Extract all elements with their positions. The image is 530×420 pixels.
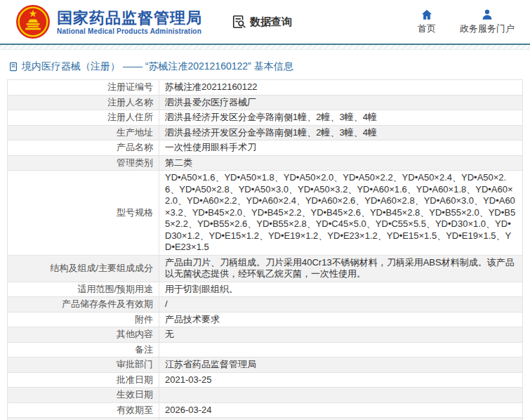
row-label: 备注: [8, 342, 159, 357]
table-row: 适用范围/预期用途用于切割眼组织。: [8, 282, 523, 297]
row-label: 管理类别: [8, 155, 159, 171]
table-row: 生效日期: [8, 388, 523, 403]
nav-gov-portal-label: 政务服务门户: [460, 22, 515, 35]
row-label: 批准日期: [8, 372, 159, 388]
person-icon: [481, 8, 493, 21]
row-value: 产品技术要求: [159, 312, 523, 327]
row-value: [159, 342, 523, 357]
table-row: 变更情况: [8, 418, 523, 420]
row-label: 变更情况: [8, 418, 159, 420]
document-icon: [8, 62, 18, 72]
table-row: 注册人名称泗洪县爱尔医疗器械厂: [8, 95, 523, 110]
row-label: 注册人名称: [8, 95, 159, 110]
row-value: 产品由刀片、刀柄组成。刀片采用40Cr13不锈钢材料，刀柄采用ABS材料制成。该…: [159, 255, 523, 282]
nav-gov-portal[interactable]: 政务服务门户: [460, 8, 515, 35]
row-value: 泗洪县经济开发区分金亭路南侧1幢、2幢、3幢、4幢: [159, 110, 523, 126]
table-row: 批准日期2021-03-25: [8, 372, 523, 388]
row-label: 其他内容: [8, 327, 159, 343]
page-root: 国家药品监督管理局 National Medical Products Admi…: [0, 0, 530, 420]
row-label: 注册人住所: [8, 110, 159, 126]
table-row: 注册证编号苏械注准20212160122: [8, 80, 523, 96]
row-label: 审批部门: [8, 357, 159, 373]
row-value: 泗洪县爱尔医疗器械厂: [159, 95, 523, 110]
national-emblem-icon: [15, 4, 51, 39]
site-subtitle: National Medical Products Administration: [57, 27, 202, 35]
table-row: 型号规格YD•A50×1.6、YD•A50×1.8、YD•A50×2.0、YD•…: [8, 171, 523, 256]
row-label: 生产地址: [8, 125, 159, 140]
breadcrumb-text: 境内医疗器械（注册） —— “苏械注准20212160122” 基本信息: [22, 60, 293, 73]
header-divider: [0, 44, 530, 50]
table-row: 附件产品技术要求: [8, 312, 523, 327]
data-query-tab[interactable]: 数据查询: [232, 14, 292, 29]
breadcrumb: 境内医疗器械（注册） —— “苏械注准20212160122” 基本信息: [8, 60, 522, 73]
brand-text: 国家药品监督管理局 National Medical Products Admi…: [57, 9, 202, 35]
row-label: 适用范围/预期用途: [8, 282, 159, 297]
row-value: 一次性使用眼科手术刀: [159, 140, 523, 156]
row-value: 2026-03-24: [159, 402, 523, 418]
home-icon: [420, 8, 433, 21]
row-label: 有效期至: [8, 402, 159, 418]
nav-home-label: 首页: [418, 22, 436, 35]
top-nav: 首页 政务服务门户: [418, 8, 520, 35]
row-label: 注册证编号: [8, 80, 159, 96]
site-title: 国家药品监督管理局: [57, 9, 202, 27]
main-content: 境内医疗器械（注册） —— “苏械注准20212160122” 基本信息 注册证…: [0, 60, 530, 420]
row-value: 江苏省药品监督管理局: [159, 357, 523, 373]
nav-home[interactable]: 首页: [418, 8, 436, 35]
row-label: 产品储存条件及有效期: [8, 297, 159, 313]
row-value: 泗洪县经济开发区分金亭路南侧1幢、2幢、3幢、4幢: [159, 125, 523, 140]
table-row: 产品储存条件及有效期/: [8, 297, 523, 313]
table-row: 注册人住所泗洪县经济开发区分金亭路南侧1幢、2幢、3幢、4幢: [8, 110, 523, 126]
table-row: 结构及组成/主要组成成分产品由刀片、刀柄组成。刀片采用40Cr13不锈钢材料，刀…: [8, 255, 523, 282]
row-value: /: [159, 297, 523, 313]
table-row: 有效期至2026-03-24: [8, 402, 523, 418]
data-query-label: 数据查询: [250, 15, 292, 29]
row-value: 第二类: [159, 155, 523, 171]
table-row: 生产地址泗洪县经济开发区分金亭路南侧1幢、2幢、3幢、4幢: [8, 125, 523, 140]
row-label: 型号规格: [8, 171, 159, 256]
row-value: YD•A50×1.6、YD•A50×1.8、YD•A50×2.0、YD•A50×…: [159, 171, 523, 256]
table-row: 审批部门江苏省药品监督管理局: [8, 357, 523, 373]
table-row: 产品名称一次性使用眼科手术刀: [8, 140, 523, 156]
site-header: 国家药品监督管理局 National Medical Products Admi…: [0, 0, 530, 44]
row-value: 2021-03-25: [159, 372, 523, 388]
row-value: 用于切割眼组织。: [159, 282, 523, 297]
row-label: 生效日期: [8, 388, 159, 403]
document-search-icon: [232, 14, 247, 29]
brand-logo-block[interactable]: 国家药品监督管理局 National Medical Products Admi…: [15, 4, 202, 39]
registration-info-table: 注册证编号苏械注准20212160122注册人名称泗洪县爱尔医疗器械厂注册人住所…: [7, 79, 523, 420]
row-value: 无: [159, 327, 523, 343]
table-row: 备注: [8, 342, 523, 357]
table-row: 其他内容无: [8, 327, 523, 343]
row-value: [159, 388, 523, 403]
row-value: [159, 418, 523, 420]
row-value: 苏械注准20212160122: [159, 80, 523, 96]
table-row: 管理类别第二类: [8, 155, 523, 171]
row-label: 附件: [8, 312, 159, 327]
row-label: 结构及组成/主要组成成分: [8, 255, 159, 282]
row-label: 产品名称: [8, 140, 159, 156]
